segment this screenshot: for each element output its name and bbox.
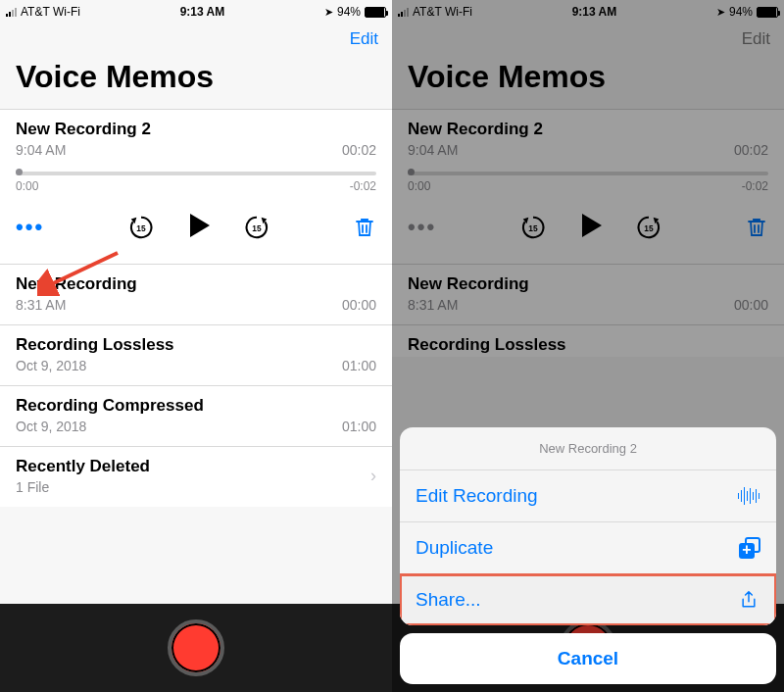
recording-title: New Recording [16, 274, 376, 294]
recently-deleted-title: Recently Deleted [16, 457, 150, 476]
scrubber-thumb[interactable] [16, 169, 23, 175]
recording-title: New Recording 2 [16, 120, 376, 139]
elapsed-label: 0:00 [16, 179, 38, 193]
svg-marker-9 [582, 214, 602, 237]
svg-text:15: 15 [644, 223, 654, 233]
edit-button[interactable]: Edit [742, 29, 770, 49]
trash-icon[interactable] [353, 218, 376, 237]
action-sheet: New Recording 2 Edit Recording Duplicate… [400, 427, 776, 684]
recording-row[interactable]: Recording Compressed Oct 9, 201801:00 [0, 385, 392, 446]
skip-back-15-icon[interactable]: 15 [127, 214, 155, 241]
duplicate-icon: + [739, 537, 760, 559]
sheet-share[interactable]: Share... [400, 574, 776, 625]
share-icon [737, 590, 760, 610]
skip-back-15-icon: 15 [519, 214, 547, 241]
nav-bar: Edit [392, 20, 784, 53]
edit-button[interactable]: Edit [350, 29, 378, 49]
phone-right: AT&T Wi-Fi 9:13 AM ➤ 94% Edit Voice Memo… [392, 0, 784, 692]
svg-text:15: 15 [136, 223, 146, 233]
waveform-icon [737, 486, 760, 506]
status-bar: AT&T Wi-Fi 9:13 AM ➤ 94% [0, 0, 392, 20]
skip-forward-15-icon[interactable]: 15 [243, 214, 270, 241]
more-options-button: ••• [408, 215, 436, 240]
battery-pct: 94% [729, 5, 753, 19]
status-time: 9:13 AM [572, 5, 617, 19]
recording-row-partial: Recording Lossless [392, 324, 784, 357]
signal-icon [398, 7, 409, 17]
svg-text:15: 15 [528, 223, 538, 233]
recording-title: Recording Compressed [16, 396, 376, 416]
skip-forward-15-icon: 15 [635, 214, 662, 241]
page-title: Voice Memos [392, 53, 784, 109]
sheet-duplicate[interactable]: Duplicate + [400, 522, 776, 574]
status-time: 9:13 AM [180, 5, 225, 19]
page-title: Voice Memos [0, 53, 392, 109]
recording-time: 9:04 AM [16, 142, 66, 158]
sheet-edit-recording[interactable]: Edit Recording [400, 470, 776, 522]
play-button[interactable] [184, 211, 214, 244]
sheet-title: New Recording 2 [400, 427, 776, 470]
recording-row[interactable]: Recording Lossless Oct 9, 201801:00 [0, 324, 392, 385]
carrier-label: AT&T Wi-Fi [21, 5, 80, 19]
svg-text:15: 15 [252, 223, 262, 233]
recording-row: New Recording 8:31 AM00:00 [392, 264, 784, 324]
recently-deleted-row[interactable]: Recently Deleted 1 File › [0, 446, 392, 507]
recording-row[interactable]: New Recording 8:31 AM00:00 [0, 264, 392, 324]
signal-icon [6, 7, 17, 17]
sheet-cancel[interactable]: Cancel [400, 633, 776, 684]
recording-expanded: New Recording 2 9:04 AM00:02 0:00-0:02 •… [392, 109, 784, 264]
recording-title: Recording Lossless [16, 335, 376, 355]
recording-duration: 00:02 [342, 142, 376, 158]
svg-marker-2 [190, 214, 210, 237]
record-bar [0, 604, 392, 692]
scrubber[interactable] [16, 172, 376, 175]
phone-left: AT&T Wi-Fi 9:13 AM ➤ 94% Edit Voice Memo… [0, 0, 392, 692]
remaining-label: -0:02 [350, 179, 376, 193]
scrubber [408, 172, 768, 175]
play-button [576, 211, 606, 244]
battery-pct: 94% [337, 5, 361, 19]
battery-icon [365, 7, 386, 18]
location-icon: ➤ [716, 6, 725, 19]
location-icon: ➤ [324, 6, 333, 19]
more-options-button[interactable]: ••• [16, 215, 44, 240]
recording-expanded[interactable]: New Recording 2 9:04 AM 00:02 0:00 -0:02… [0, 109, 392, 264]
trash-icon [745, 218, 768, 237]
nav-bar: Edit [0, 20, 392, 53]
status-bar: AT&T Wi-Fi 9:13 AM ➤ 94% [392, 0, 784, 20]
chevron-right-icon: › [370, 466, 376, 486]
record-button[interactable] [168, 619, 224, 676]
carrier-label: AT&T Wi-Fi [413, 5, 472, 19]
battery-icon [757, 7, 778, 18]
